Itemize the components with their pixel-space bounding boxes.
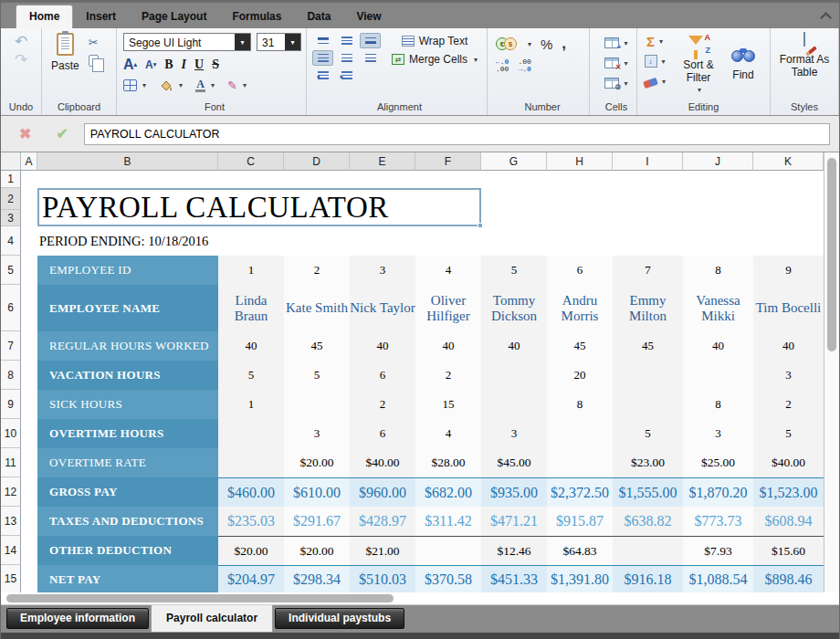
data-cell[interactable]: 40 xyxy=(683,331,753,361)
row-label-cell[interactable]: OVERTIME RATE xyxy=(37,448,218,477)
cell-A13[interactable] xyxy=(21,507,37,536)
row-label-cell[interactable]: EMPLOYEE ID xyxy=(37,256,218,285)
data-cell[interactable]: $20.00 xyxy=(284,536,350,565)
collapse-ribbon-icon[interactable] xyxy=(820,12,832,24)
cell-A6[interactable] xyxy=(21,285,37,331)
data-cell[interactable]: 5 xyxy=(218,361,284,390)
data-cell[interactable]: $64.83 xyxy=(547,536,613,565)
data-cell[interactable]: $960.00 xyxy=(350,477,415,507)
italic-icon[interactable]: I xyxy=(182,58,186,72)
data-cell[interactable] xyxy=(613,361,683,390)
align-right-icon[interactable] xyxy=(360,50,381,66)
data-cell[interactable]: $204.97 xyxy=(218,565,284,592)
period-ending-cell[interactable]: PERIOD ENDING: 10/18/2016 xyxy=(37,226,481,256)
shrink-font-icon[interactable]: A▾ xyxy=(145,58,156,71)
format-cells-button[interactable]: ⚙ ▾ xyxy=(596,73,636,93)
data-cell[interactable]: 3 xyxy=(481,419,547,448)
data-cell[interactable]: 5 xyxy=(753,419,824,448)
data-cell[interactable]: 6 xyxy=(350,361,415,390)
row-label-cell[interactable]: VACATION HOURS xyxy=(37,361,218,390)
tab-home[interactable]: Home xyxy=(16,5,73,28)
row-label-cell[interactable]: OVERTIME HOURS xyxy=(37,419,218,448)
underline-icon[interactable]: U xyxy=(194,58,204,72)
cell-A9[interactable] xyxy=(21,390,37,419)
column-header-F[interactable]: F xyxy=(415,152,481,171)
data-cell[interactable]: $311.42 xyxy=(415,507,481,536)
row-header-4[interactable]: 4 xyxy=(1,226,21,256)
column-header-E[interactable]: E xyxy=(350,152,415,171)
data-cell[interactable]: Tim Bocelli xyxy=(753,285,824,331)
data-cell[interactable]: $1,088.54 xyxy=(683,565,753,592)
data-cell[interactable]: 40 xyxy=(350,331,415,361)
pen-icon[interactable]: ✎ xyxy=(227,79,237,92)
data-cell[interactable]: 1 xyxy=(218,256,284,285)
column-header-C[interactable]: C xyxy=(218,152,284,171)
data-cell[interactable]: 3 xyxy=(683,419,753,448)
data-cell[interactable]: $40.00 xyxy=(350,448,415,477)
data-cell[interactable]: 2 xyxy=(753,390,824,419)
data-cell[interactable]: 3 xyxy=(284,419,350,448)
sheet-tab-employee-information[interactable]: Employee information xyxy=(6,608,149,629)
data-cell[interactable]: $1,870.20 xyxy=(683,477,753,507)
data-cell[interactable]: 6 xyxy=(350,419,415,448)
data-cell[interactable]: $1,555.00 xyxy=(613,477,683,507)
row-header-12[interactable]: 12 xyxy=(1,477,21,507)
paste-button[interactable]: Paste xyxy=(51,33,79,72)
tab-data[interactable]: Data xyxy=(294,5,343,28)
clear-button[interactable]: ▾ xyxy=(644,73,666,89)
cut-icon[interactable]: ✂ xyxy=(89,36,99,49)
row-header-9[interactable]: 9 xyxy=(1,390,21,419)
row-label-cell[interactable]: NET PAY xyxy=(37,565,218,592)
data-cell[interactable]: 20 xyxy=(547,361,613,390)
data-cell[interactable]: $291.67 xyxy=(284,507,350,536)
data-cell[interactable]: $898.46 xyxy=(753,565,824,592)
wrap-text-button[interactable]: Wrap Text xyxy=(392,35,478,47)
redo-icon[interactable]: ↷ xyxy=(15,51,27,69)
select-all-corner[interactable] xyxy=(1,152,21,171)
data-cell[interactable]: $935.00 xyxy=(481,477,547,507)
data-cell[interactable]: 5 xyxy=(284,361,350,390)
vertical-scrollbar-thumb[interactable] xyxy=(827,158,836,351)
data-cell[interactable]: $45.00 xyxy=(481,448,547,477)
data-cell[interactable]: $298.34 xyxy=(284,565,350,592)
data-cell[interactable]: 2 xyxy=(284,256,350,285)
tab-formulas[interactable]: Formulas xyxy=(219,5,294,28)
data-cell[interactable]: $21.00 xyxy=(350,536,415,565)
row-header-11[interactable]: 11 xyxy=(1,448,21,477)
data-cell[interactable]: 2 xyxy=(415,361,481,390)
align-left-icon[interactable] xyxy=(312,50,333,66)
data-cell[interactable]: $638.82 xyxy=(613,507,683,536)
format-as-table-button[interactable]: Format As Table xyxy=(779,33,830,79)
align-middle-icon[interactable] xyxy=(336,33,357,48)
data-cell[interactable]: Oliver Hilfiger xyxy=(415,285,481,331)
row-label-cell[interactable]: SICK HOURS xyxy=(37,390,218,419)
sheet-tab-payroll-calculator[interactable]: Payroll calculator xyxy=(151,604,273,633)
data-cell[interactable] xyxy=(218,419,284,448)
data-cell[interactable]: $20.00 xyxy=(218,536,284,565)
strikethrough-icon[interactable]: S xyxy=(212,58,219,72)
tab-page-layout[interactable]: Page Layout xyxy=(129,5,219,28)
data-cell[interactable]: $370.58 xyxy=(415,565,481,592)
data-cell[interactable] xyxy=(218,448,284,477)
font-size-combo[interactable]: 31 ▾ xyxy=(257,33,301,51)
data-cell[interactable]: 40 xyxy=(218,331,284,361)
comma-format-icon[interactable]: , xyxy=(562,35,566,53)
delete-cells-button[interactable]: ✕ ▾ xyxy=(596,53,636,73)
sort-filter-button[interactable]: AZ Sort & Filter▾ xyxy=(675,33,722,97)
data-cell[interactable]: 3 xyxy=(350,256,415,285)
column-header-B[interactable]: B xyxy=(37,152,218,171)
confirm-icon[interactable]: ✔ xyxy=(56,125,68,142)
data-cell[interactable]: $1,391.80 xyxy=(547,565,613,592)
data-cell[interactable]: $235.03 xyxy=(218,507,284,536)
percent-format-icon[interactable]: % xyxy=(541,37,552,52)
cell-A11[interactable] xyxy=(21,448,37,477)
tab-insert[interactable]: Insert xyxy=(73,5,129,28)
data-cell[interactable]: $23.00 xyxy=(613,448,683,477)
data-cell[interactable]: 6 xyxy=(547,256,613,285)
data-cell[interactable] xyxy=(547,419,613,448)
cell-A8[interactable] xyxy=(21,361,37,390)
increase-indent-icon[interactable] xyxy=(336,68,357,83)
data-cell[interactable]: $608.94 xyxy=(753,507,824,536)
data-cell[interactable]: $2,372.50 xyxy=(547,477,613,507)
data-cell[interactable]: 4 xyxy=(415,419,481,448)
